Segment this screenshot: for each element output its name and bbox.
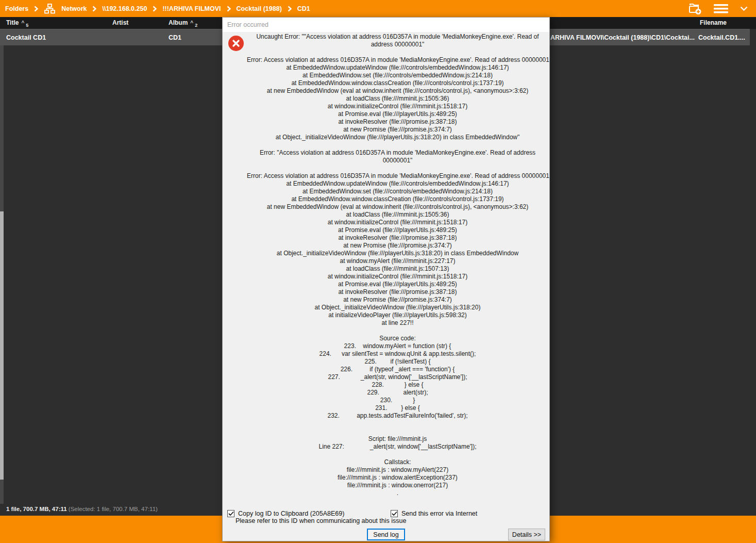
error-text-line: at EmbeddedWindow.window.classCreation (… — [247, 195, 548, 203]
error-text-line — [247, 48, 548, 56]
left-scrollbar[interactable] — [0, 45, 4, 504]
error-text-line: at window.initializeControl (file:///mmi… — [247, 273, 548, 281]
error-text-line: at Object._initializeVideoWindow (file:/… — [247, 304, 548, 311]
error-text-line: at EmbeddedWindow.set (file:///controls/… — [247, 72, 548, 79]
error-text-line: 226. if (typeof _alert === 'function') { — [247, 366, 548, 373]
error-text-line: at window.initializeControl (file:///mmi… — [247, 103, 548, 110]
error-text-line: at invokeResolver (file:///promise.js:38… — [247, 118, 548, 126]
error-text-line: at window.myAlert (file:///mminit.js:227… — [247, 257, 548, 265]
cell-filename: Cocktail.CD1.... — [698, 29, 745, 46]
error-text-line: at new Promise (file:///promise.js:374:7… — [247, 242, 548, 250]
error-text-line: at Promise.eval (file:///playerUtils.js:… — [247, 281, 548, 288]
breadcrumb-item-arhiva-filmovi[interactable]: !!!ARHIVA FILMOVI — [162, 5, 221, 12]
error-icon — [228, 36, 244, 51]
column-label: Album — [169, 19, 188, 26]
error-text-line: file:///mminit.js : window.alertExceptio… — [247, 474, 548, 482]
sort-ascending-icon: ^ — [21, 20, 24, 26]
add-folder-icon[interactable] — [688, 2, 702, 15]
column-header-title[interactable]: Title^5 — [6, 17, 28, 29]
error-text-line: Error: "Access violation at address 016D… — [247, 149, 548, 157]
checkbox-checked-icon — [391, 510, 398, 517]
breadcrumb-item-folders[interactable]: Folders — [5, 5, 28, 12]
error-text-line: at EmbeddedWindow.updateWindow (file:///… — [247, 64, 548, 72]
error-text-line — [247, 327, 548, 335]
error-text-line: at Promise.eval (file:///playerUtils.js:… — [247, 226, 548, 234]
scrollbar-thumb[interactable] — [0, 211, 4, 480]
error-text-line: . — [247, 489, 548, 497]
error-text-line: at Object._initializeVideoWindow (file:/… — [247, 250, 548, 257]
error-text-line: 227. _alert(str, window['__lastScriptNam… — [247, 373, 548, 381]
error-text-line: at loadClass (file:///mminit.js:1507:13) — [247, 265, 548, 273]
error-text-line: 231. } else { — [247, 404, 548, 412]
breadcrumb-item-cd1[interactable]: CD1 — [297, 5, 310, 12]
error-text-line: at line 227!! — [247, 319, 548, 327]
error-text-line: at new EmbeddedWindow (eval at window.in… — [247, 87, 548, 95]
column-label: Artist — [112, 19, 128, 26]
chevron-right-icon — [288, 6, 292, 12]
error-text-line — [247, 427, 548, 435]
column-label: Title — [6, 19, 19, 26]
menu-icon[interactable] — [713, 3, 729, 14]
error-text-line: 224. var silentTest = window.qUnit & app… — [247, 350, 548, 358]
status-summary: 1 file, 700.7 MB, 47:11 (Selected: 1 fil… — [6, 506, 158, 512]
copy-log-id-checkbox[interactable]: Copy log ID to Clipboard (205A8E69) — [227, 510, 344, 517]
error-text-line: Error: Access violation at address 016D3… — [247, 172, 548, 180]
error-text-line: at invokeResolver (file:///promise.js:38… — [247, 234, 548, 242]
dialog-titlebar[interactable]: Error occurred — [223, 18, 549, 32]
error-message-text: Uncaught Error: ""Access violation at ad… — [247, 33, 548, 497]
status-selected: (Selected: 1 file, 700.7 MB, 47:11) — [69, 506, 158, 512]
cell-path: ARHIVA FILMOVI\Cocktail (1988)\CD1\Cockt… — [550, 29, 695, 46]
column-header-artist[interactable]: Artist — [112, 17, 128, 29]
error-text-line — [247, 420, 548, 427]
details-button[interactable]: Details >> — [508, 529, 545, 540]
error-text-line: Line 227: _alert(str, window['__lastScri… — [247, 443, 548, 451]
column-header-album[interactable]: Album^2 — [169, 17, 197, 29]
chevron-right-icon — [34, 6, 38, 12]
error-text-line: at EmbeddedWindow.set (file:///controls/… — [247, 188, 548, 195]
error-text-line: 230. } — [247, 397, 548, 404]
column-header-filename[interactable]: Filename — [700, 17, 727, 29]
breadcrumb-item-network[interactable]: Network — [61, 5, 87, 12]
cell-album: CD1 — [169, 29, 181, 46]
error-text-line: at initializeVideoPlayer (file:///player… — [247, 311, 548, 319]
error-text-line: at new Promise (file:///promise.js:374:7… — [247, 126, 548, 134]
error-text-line: at loadClass (file:///mminit.js:1505:36) — [247, 211, 548, 219]
chevron-right-icon — [92, 6, 96, 12]
mediamonkey-window: Folders Network \\192.168.0.250 !!!ARHIV… — [0, 0, 756, 543]
error-text-line: Uncaught Error: ""Access violation at ad… — [247, 33, 548, 41]
error-text-line: Script: file:///mminit.js — [247, 435, 548, 443]
error-text-line: 228. } else { — [247, 381, 548, 389]
checkbox-checked-icon — [227, 510, 234, 517]
chevron-right-icon — [153, 6, 157, 12]
error-text-line: at invokeResolver (file:///promise.js:38… — [247, 288, 548, 296]
error-text-line: at new EmbeddedWindow (eval at window.in… — [247, 203, 548, 211]
checkbox-label: Copy log ID to Clipboard (205A8E69) — [238, 510, 344, 517]
error-text-line: at new Promise (file:///promise.js:374:7… — [247, 296, 548, 304]
send-via-internet-checkbox[interactable]: Send this error via Internet — [391, 510, 477, 517]
error-text-line: 229. alert(str); — [247, 389, 548, 397]
error-text-line — [247, 141, 548, 149]
error-text-line: at loadClass (file:///mminit.js:1505:36) — [247, 95, 548, 103]
breadcrumb-item-server[interactable]: \\192.168.0.250 — [102, 5, 147, 12]
error-text-line: at EmbeddedWindow.window.classCreation (… — [247, 79, 548, 87]
cell-title: Cocktail CD1 — [6, 29, 46, 46]
error-text-line: at Object._initializeVideoWindow (file:/… — [247, 134, 548, 141]
breadcrumb-item-cocktail-1988[interactable]: Cocktail (1988) — [237, 5, 282, 12]
error-text-line: address 00000001" — [247, 41, 548, 48]
error-text-line: 00000001" — [247, 157, 548, 164]
sort-order-badge: 5 — [26, 23, 28, 28]
chevron-down-icon[interactable] — [740, 6, 748, 11]
error-text-line: file:///mminit.js : window.myAlert(227) — [247, 466, 548, 474]
error-text-line: Source code: — [247, 335, 548, 342]
sort-order-badge: 2 — [195, 23, 197, 28]
sort-ascending-icon: ^ — [190, 20, 193, 26]
error-text-line: file:///mminit.js : window.onerror(217) — [247, 482, 548, 489]
chevron-right-icon — [227, 6, 231, 12]
error-text-line: at EmbeddedWindow.updateWindow (file:///… — [247, 180, 548, 188]
error-text-line: at Promise.eval (file:///playerUtils.js:… — [247, 110, 548, 118]
error-text-line — [247, 451, 548, 458]
dialog-title: Error occurred — [227, 21, 268, 28]
log-id-note: Please refer to this ID when communicati… — [236, 517, 406, 524]
send-log-button[interactable]: Send log — [367, 529, 405, 540]
error-text-line: 223. window.myAlert = function (str) { — [247, 342, 548, 350]
